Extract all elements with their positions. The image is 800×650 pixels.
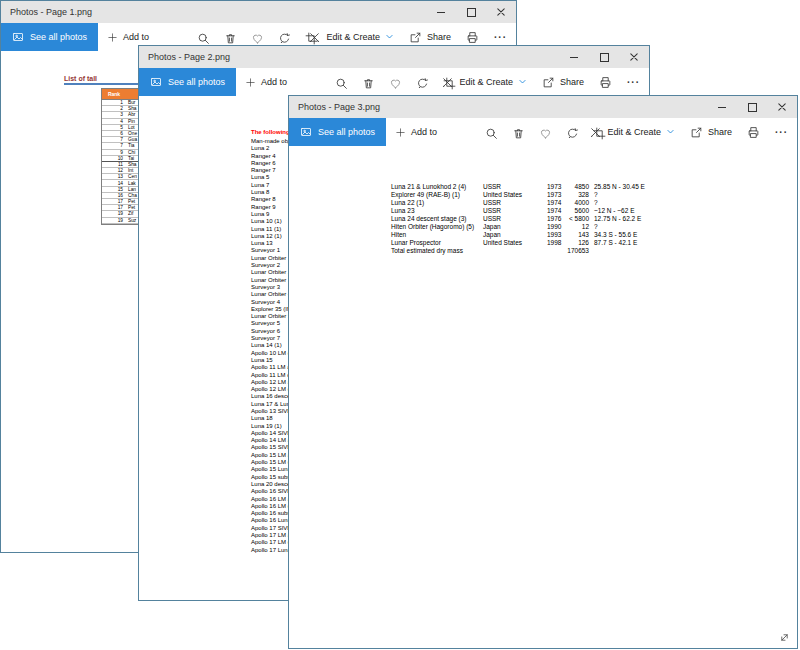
titlebar[interactable]: Photos - Page 2.png xyxy=(139,46,649,68)
list-item: Apollo 15 LM d xyxy=(251,459,292,466)
maximize-button[interactable] xyxy=(456,1,486,23)
toolbar: See all photos Add to Edit & Create Shar… xyxy=(139,68,649,96)
list-item: Luna 2 xyxy=(251,145,292,152)
rotate-button[interactable] xyxy=(278,31,291,44)
edit-create-button[interactable]: Edit & Create xyxy=(589,126,675,139)
maximize-button[interactable] xyxy=(737,96,767,118)
year-cell: 1976 xyxy=(547,215,563,223)
delete-button[interactable] xyxy=(362,76,375,89)
close-button[interactable] xyxy=(767,96,797,118)
edit-create-label: Edit & Create xyxy=(326,32,380,42)
printer-icon xyxy=(466,31,479,44)
zoom-button[interactable] xyxy=(197,31,210,44)
list-item: Luna 11 (1) xyxy=(251,226,292,233)
more-button[interactable]: ··· xyxy=(775,127,788,138)
edit-create-icon xyxy=(308,31,321,44)
list-item: Luna 8 xyxy=(251,189,292,196)
object-name-cell: Luna 23 xyxy=(391,207,483,215)
list-item: Luna 20 desce xyxy=(251,481,292,488)
share-icon xyxy=(542,76,555,89)
rank-cell: 19 xyxy=(102,218,126,223)
list-item: Luna 7 xyxy=(251,182,292,189)
close-button[interactable] xyxy=(619,46,649,68)
header-cell-rank: Rank xyxy=(102,91,126,97)
list-item: Apollo 17 SIVB xyxy=(251,525,292,532)
titlebar[interactable]: Photos - Page 3.png xyxy=(289,96,797,118)
country-cell xyxy=(483,247,547,255)
list-item: Luna 19 (1) xyxy=(251,423,292,430)
rank-cell: 15 xyxy=(102,187,126,192)
add-to-label: Add to xyxy=(411,127,437,137)
list-item: Man-made obj xyxy=(251,138,292,145)
list-item: Surveyor 4 xyxy=(251,299,292,306)
list-item: Luna 18 xyxy=(251,415,292,422)
edit-create-button[interactable]: Edit & Create xyxy=(441,76,527,89)
zoom-button[interactable] xyxy=(485,126,498,139)
more-button[interactable]: ··· xyxy=(494,32,507,43)
delete-button[interactable] xyxy=(224,31,237,44)
print-button[interactable] xyxy=(466,31,479,44)
see-all-photos-button[interactable]: See all photos xyxy=(139,68,236,96)
plus-icon xyxy=(245,77,256,88)
delete-button[interactable] xyxy=(512,126,525,139)
edit-create-button[interactable]: Edit & Create xyxy=(308,31,394,44)
list-item: Apollo 15 Luna xyxy=(251,466,292,473)
year-cell: 1974 xyxy=(547,207,563,215)
list-item: Luna 14 (1) xyxy=(251,342,292,349)
list-item: Apollo 17 LM a xyxy=(251,532,292,539)
toolbar-center-icons xyxy=(485,118,606,146)
print-button[interactable] xyxy=(747,126,760,139)
add-to-button[interactable]: Add to xyxy=(389,118,443,146)
plus-icon xyxy=(107,32,118,43)
edit-create-label: Edit & Create xyxy=(459,77,513,87)
photo-icon xyxy=(12,31,24,43)
see-all-photos-button[interactable]: See all photos xyxy=(289,118,386,146)
minimize-button[interactable] xyxy=(707,96,737,118)
rank-cell: 14 xyxy=(102,181,126,186)
add-to-button[interactable]: Add to xyxy=(239,68,293,96)
minimize-button[interactable] xyxy=(426,1,456,23)
rotate-button[interactable] xyxy=(566,126,579,139)
list-item: Apollo 16 LM a xyxy=(251,496,292,503)
more-button[interactable]: ··· xyxy=(627,77,640,88)
maximize-button[interactable] xyxy=(589,46,619,68)
list-item: Explorer 35 (IM xyxy=(251,306,292,313)
list-item: Surveyor 5 xyxy=(251,320,292,327)
expand-fullscreen-button[interactable] xyxy=(778,630,791,643)
table-row: Luna 21 & Lunokhod 2 (4) USSR 1973 4850 … xyxy=(391,183,645,191)
list-item: Apollo 15 LM a xyxy=(251,452,292,459)
favorite-button[interactable] xyxy=(251,31,264,44)
minimize-button[interactable] xyxy=(559,46,589,68)
list-item: Ranger 7 xyxy=(251,167,292,174)
close-icon xyxy=(630,53,638,61)
table-row: Hiten Orbiter (Hagoromo) (5) Japan 1990 … xyxy=(391,223,645,231)
country-cell: USSR xyxy=(483,183,547,191)
share-button[interactable]: Share xyxy=(409,31,451,44)
favorite-button[interactable] xyxy=(389,76,402,89)
share-label: Share xyxy=(708,127,732,137)
list-item: Surveyor 6 xyxy=(251,328,292,335)
table-row: Luna 23 USSR 1974 5600 ~12 N - ~62 E xyxy=(391,207,645,215)
zoom-button[interactable] xyxy=(335,76,348,89)
moon-objects-list: Man-made obj Luna 2 Ranger 4 Ranger 6 Ra… xyxy=(251,138,292,554)
list-item: Ranger 4 xyxy=(251,153,292,160)
maximize-icon xyxy=(600,53,609,62)
print-button[interactable] xyxy=(599,76,612,89)
share-label: Share xyxy=(427,32,451,42)
list-item: Apollo 14 SIVB xyxy=(251,430,292,437)
share-button[interactable]: Share xyxy=(542,76,584,89)
rotate-button[interactable] xyxy=(416,76,429,89)
rank-cell: 17 xyxy=(102,205,126,210)
list-item: Lunar Orbiter 1 xyxy=(251,255,292,262)
rank-cell: 19 xyxy=(102,211,126,216)
titlebar[interactable]: Photos - Page 1.png xyxy=(1,1,516,23)
rank-cell: 17 xyxy=(102,199,126,204)
close-button[interactable] xyxy=(486,1,516,23)
favorite-button[interactable] xyxy=(539,126,552,139)
share-button[interactable]: Share xyxy=(690,126,732,139)
see-all-photos-button[interactable]: See all photos xyxy=(1,23,98,51)
object-name-cell: Lunar Prospector xyxy=(391,239,483,247)
heart-icon xyxy=(539,127,552,140)
list-item: Apollo 12 LM d xyxy=(251,386,292,393)
list-item: Lunar Orbiter 5 xyxy=(251,313,292,320)
